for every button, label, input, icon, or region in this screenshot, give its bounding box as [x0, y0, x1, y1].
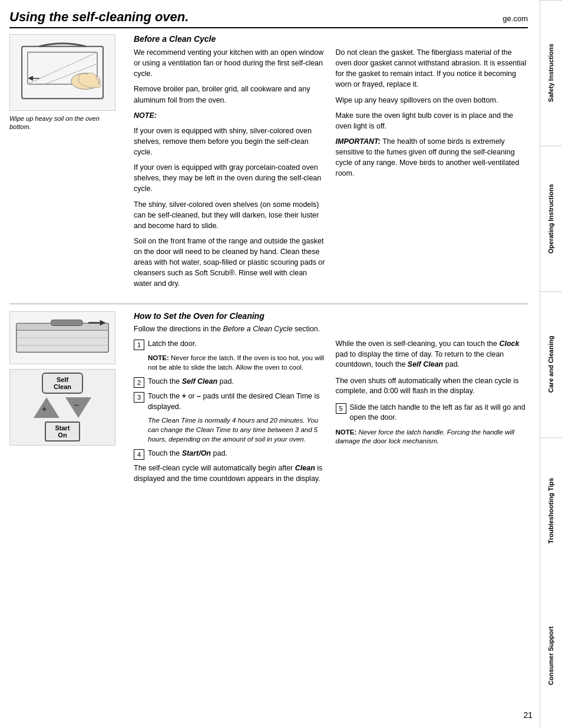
minus-arrow-icon: – [65, 397, 91, 418]
note-header: NOTE: [134, 110, 326, 121]
note-gray: If your oven is equipped with gray porce… [134, 162, 326, 194]
para-light: Make sure the oven light bulb cover is i… [336, 110, 528, 131]
svg-rect-8 [51, 319, 82, 325]
bottom-two-col: 1 Latch the door. NOTE: Never force the … [134, 339, 528, 484]
sidebar-tab-operating[interactable]: Operating Instructions [540, 146, 562, 291]
main-content: Using the self-cleaning oven. ge.com [0, 0, 540, 493]
top-image-caption: Wipe up heavy soil on the oven bottom. [9, 114, 115, 131]
top-section: Wipe up heavy soil on the oven bottom. B… [9, 34, 528, 304]
step-num-5: 5 [336, 403, 346, 414]
latch-illustration [9, 311, 115, 364]
step-2: 2 Touch the Self Clean pad. [134, 377, 326, 388]
steps-col1: 1 Latch the door. NOTE: Never force the … [134, 339, 326, 484]
shuts-off-para: The oven shuts off automatically when th… [336, 376, 528, 397]
sidebar-tabs: Safety Instructions Operating Instructio… [540, 0, 562, 728]
sidebar-tab-troubleshooting[interactable]: Troubleshooting Tips [540, 437, 562, 583]
para-remove: Remove broiler pan, broiler grid, all co… [134, 84, 326, 105]
step-num-3: 3 [134, 392, 144, 403]
page-title-bar: Using the self-cleaning oven. ge.com [9, 9, 528, 28]
step-text-3: Touch the + or – pads until the desired … [148, 391, 326, 412]
para-spillovers: Wipe up any heavy spillovers on the oven… [336, 95, 528, 106]
para-gasket: Do not clean the gasket. The fiberglass … [336, 47, 528, 90]
note-latch: NOTE: Never force the latch. If the oven… [148, 354, 326, 372]
step-3: 3 Touch the + or – pads until the desire… [134, 391, 326, 412]
before-clean-text: We recommend venting your kitchen with a… [134, 47, 528, 294]
before-clean-col2: Do not clean the gasket. The fiberglass … [336, 47, 528, 294]
top-content: Before a Clean Cycle We recommend ventin… [134, 34, 528, 294]
bottom-image-col: SelfClean + – StartOn [9, 311, 124, 485]
para-birds: IMPORTANT: The health of some birds is e… [336, 136, 528, 179]
before-clean-heading: Before a Clean Cycle [134, 34, 528, 44]
step-text-1: Latch the door. [148, 339, 197, 350]
sidebar-tab-safety[interactable]: Safety Instructions [540, 0, 562, 146]
steps-col2: While the oven is self-cleaning, you can… [336, 339, 528, 484]
self-clean-button-display: SelfClean [42, 373, 83, 394]
step-num-1: 1 [134, 340, 144, 350]
step-5: 5 Slide the latch handle to the left as … [336, 403, 528, 423]
para-soil-frame: Soil on the front frame of the range and… [134, 236, 326, 289]
oven-wipe-svg [10, 35, 115, 110]
bottom-section: SelfClean + – StartOn [9, 311, 528, 485]
start-on-button-display: StartOn [45, 421, 80, 442]
site-url: ge.com [503, 14, 528, 23]
page-number: 21 [523, 710, 533, 720]
intro-para: Follow the directions in the Before a Cl… [134, 324, 528, 335]
clock-para: While the oven is self-cleaning, you can… [336, 339, 528, 370]
step-num-4: 4 [134, 449, 144, 460]
how-to-set-heading: How to Set the Oven for Cleaning [134, 311, 528, 321]
sidebar-tab-consumer[interactable]: Consumer Support [540, 583, 562, 728]
auto-clean-text: The self-clean cycle will automatically … [134, 463, 326, 484]
note-latch-handle: NOTE: Never force the latch handle. Forc… [336, 428, 528, 446]
before-clean-col1: We recommend venting your kitchen with a… [134, 47, 326, 294]
oven-illustration [9, 34, 115, 111]
para-vent: We recommend venting your kitchen with a… [134, 47, 326, 79]
step-text-4: Touch the Start/On pad. [148, 449, 227, 459]
step-num-2: 2 [134, 377, 144, 388]
step-text-2: Touch the Self Clean pad. [148, 377, 234, 387]
plus-minus-row: + – [34, 397, 91, 418]
sidebar-tab-care[interactable]: Care and Cleaning [540, 291, 562, 437]
control-panel-illustration: SelfClean + – StartOn [9, 369, 115, 446]
clean-time-note: The Clean Time is normally 4 hours and 2… [148, 416, 326, 444]
latch-svg [10, 312, 115, 364]
step-text-5: Slide the latch handle to the left as fa… [350, 403, 528, 423]
para-silver-shelves: The shiny, silver-colored oven shelves (… [134, 199, 326, 231]
plus-arrow-icon: + [34, 397, 59, 418]
note-shiny: If your oven is equipped with shiny, sil… [134, 126, 326, 157]
step-1: 1 Latch the door. [134, 339, 326, 350]
page-title: Using the self-cleaning oven. [9, 9, 189, 25]
step-4: 4 Touch the Start/On pad. [134, 449, 326, 460]
top-image-col: Wipe up heavy soil on the oven bottom. [9, 34, 124, 294]
svg-rect-0 [22, 47, 103, 99]
bottom-content: How to Set the Oven for Cleaning Follow … [134, 311, 528, 485]
